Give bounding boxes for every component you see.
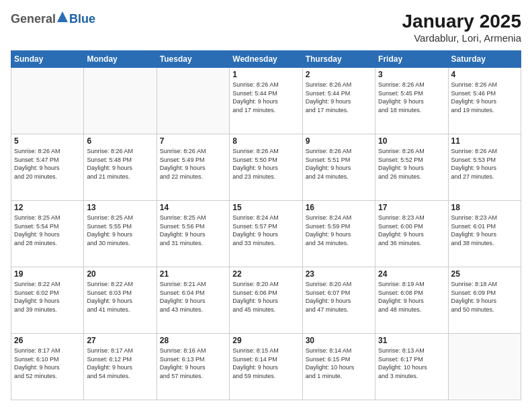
- weekday-row: SundayMondayTuesdayWednesdayThursdayFrid…: [11, 51, 521, 68]
- calendar-cell: 5Sunrise: 8:26 AMSunset: 5:47 PMDaylight…: [11, 134, 84, 201]
- calendar-week-row: 1Sunrise: 8:26 AMSunset: 5:44 PMDaylight…: [11, 68, 521, 134]
- day-number: 16: [306, 203, 372, 212]
- day-info: Sunrise: 8:24 AMSunset: 5:57 PMDaylight:…: [232, 214, 299, 247]
- day-number: 11: [451, 136, 518, 146]
- calendar-cell: 23Sunrise: 8:20 AMSunset: 6:07 PMDayligh…: [302, 267, 375, 334]
- day-number: 6: [87, 136, 153, 146]
- day-number: 23: [306, 269, 372, 279]
- weekday-header: Friday: [375, 51, 448, 68]
- calendar-cell: [84, 68, 157, 134]
- calendar-cell: 6Sunrise: 8:26 AMSunset: 5:48 PMDaylight…: [84, 134, 157, 201]
- calendar-cell: 1Sunrise: 8:26 AMSunset: 5:44 PMDaylight…: [230, 68, 302, 134]
- day-number: 12: [14, 203, 81, 212]
- title-block: January 2025 Vardablur, Lori, Armenia: [402, 11, 521, 44]
- day-info: Sunrise: 8:26 AMSunset: 5:45 PMDaylight:…: [378, 81, 445, 114]
- day-info: Sunrise: 8:23 AMSunset: 6:01 PMDaylight:…: [451, 214, 518, 247]
- calendar-week-row: 12Sunrise: 8:25 AMSunset: 5:54 PMDayligh…: [11, 201, 521, 267]
- header: GeneralBlue January 2025 Vardablur, Lori…: [11, 11, 521, 44]
- weekday-header: Monday: [84, 51, 157, 68]
- calendar-cell: 9Sunrise: 8:26 AMSunset: 5:51 PMDaylight…: [302, 134, 375, 201]
- calendar-cell: [157, 68, 229, 134]
- calendar-cell: 8Sunrise: 8:26 AMSunset: 5:50 PMDaylight…: [230, 134, 302, 201]
- day-info: Sunrise: 8:25 AMSunset: 5:54 PMDaylight:…: [14, 214, 81, 247]
- calendar-cell: 20Sunrise: 8:22 AMSunset: 6:03 PMDayligh…: [84, 267, 157, 334]
- day-info: Sunrise: 8:26 AMSunset: 5:53 PMDaylight:…: [451, 147, 518, 181]
- calendar-cell: 24Sunrise: 8:19 AMSunset: 6:08 PMDayligh…: [375, 267, 448, 334]
- calendar-cell: 2Sunrise: 8:26 AMSunset: 5:44 PMDaylight…: [302, 68, 375, 134]
- day-number: 27: [87, 336, 153, 345]
- weekday-header: Tuesday: [157, 51, 229, 68]
- day-info: Sunrise: 8:21 AMSunset: 6:04 PMDaylight:…: [160, 280, 226, 314]
- day-number: 19: [14, 269, 81, 279]
- calendar-title: January 2025: [402, 11, 521, 32]
- day-number: 25: [451, 269, 518, 279]
- day-number: 18: [451, 203, 518, 212]
- day-info: Sunrise: 8:26 AMSunset: 5:46 PMDaylight:…: [451, 81, 518, 114]
- calendar-cell: 25Sunrise: 8:18 AMSunset: 6:09 PMDayligh…: [448, 267, 521, 334]
- logo: GeneralBlue: [11, 11, 95, 26]
- day-info: Sunrise: 8:22 AMSunset: 6:03 PMDaylight:…: [87, 280, 153, 314]
- day-number: 28: [160, 336, 226, 345]
- day-info: Sunrise: 8:13 AMSunset: 6:17 PMDaylight:…: [378, 347, 445, 380]
- calendar-cell: 26Sunrise: 8:17 AMSunset: 6:10 PMDayligh…: [11, 334, 84, 400]
- calendar-cell: 31Sunrise: 8:13 AMSunset: 6:17 PMDayligh…: [375, 334, 448, 400]
- day-info: Sunrise: 8:26 AMSunset: 5:50 PMDaylight:…: [232, 147, 299, 181]
- day-info: Sunrise: 8:23 AMSunset: 6:00 PMDaylight:…: [378, 214, 445, 247]
- calendar-cell: 18Sunrise: 8:23 AMSunset: 6:01 PMDayligh…: [448, 201, 521, 267]
- calendar-cell: 29Sunrise: 8:15 AMSunset: 6:14 PMDayligh…: [230, 334, 302, 400]
- calendar-week-row: 19Sunrise: 8:22 AMSunset: 6:02 PMDayligh…: [11, 267, 521, 334]
- day-number: 13: [87, 203, 153, 212]
- calendar-cell: 3Sunrise: 8:26 AMSunset: 5:45 PMDaylight…: [375, 68, 448, 134]
- day-number: 30: [306, 336, 372, 345]
- day-number: 3: [378, 70, 445, 79]
- calendar-cell: 14Sunrise: 8:25 AMSunset: 5:56 PMDayligh…: [157, 201, 229, 267]
- day-number: 22: [232, 269, 299, 279]
- day-number: 9: [306, 136, 372, 146]
- calendar-cell: 11Sunrise: 8:26 AMSunset: 5:53 PMDayligh…: [448, 134, 521, 201]
- calendar-cell: 22Sunrise: 8:20 AMSunset: 6:06 PMDayligh…: [230, 267, 302, 334]
- day-info: Sunrise: 8:26 AMSunset: 5:52 PMDaylight:…: [378, 147, 445, 181]
- calendar-cell: [448, 334, 521, 400]
- svg-marker-0: [57, 11, 68, 22]
- day-number: 21: [160, 269, 226, 279]
- day-number: 4: [451, 70, 518, 79]
- day-info: Sunrise: 8:17 AMSunset: 6:12 PMDaylight:…: [87, 347, 153, 380]
- day-info: Sunrise: 8:25 AMSunset: 5:55 PMDaylight:…: [87, 214, 153, 247]
- day-number: 5: [14, 136, 81, 146]
- weekday-header: Saturday: [448, 51, 521, 68]
- day-info: Sunrise: 8:14 AMSunset: 6:15 PMDaylight:…: [306, 347, 372, 380]
- calendar-cell: 27Sunrise: 8:17 AMSunset: 6:12 PMDayligh…: [84, 334, 157, 400]
- day-number: 2: [306, 70, 372, 79]
- day-info: Sunrise: 8:26 AMSunset: 5:48 PMDaylight:…: [87, 147, 153, 181]
- day-info: Sunrise: 8:20 AMSunset: 6:07 PMDaylight:…: [306, 280, 372, 314]
- day-info: Sunrise: 8:26 AMSunset: 5:49 PMDaylight:…: [160, 147, 226, 181]
- day-info: Sunrise: 8:16 AMSunset: 6:13 PMDaylight:…: [160, 347, 226, 380]
- weekday-header: Thursday: [302, 51, 375, 68]
- logo-blue: Blue: [69, 12, 95, 26]
- calendar-cell: 16Sunrise: 8:24 AMSunset: 5:59 PMDayligh…: [302, 201, 375, 267]
- calendar-cell: 13Sunrise: 8:25 AMSunset: 5:55 PMDayligh…: [84, 201, 157, 267]
- calendar-week-row: 26Sunrise: 8:17 AMSunset: 6:10 PMDayligh…: [11, 334, 521, 400]
- weekday-header: Wednesday: [230, 51, 302, 68]
- day-info: Sunrise: 8:22 AMSunset: 6:02 PMDaylight:…: [14, 280, 81, 314]
- calendar-cell: [11, 68, 84, 134]
- day-info: Sunrise: 8:17 AMSunset: 6:10 PMDaylight:…: [14, 347, 81, 380]
- day-number: 14: [160, 203, 226, 212]
- calendar-cell: 12Sunrise: 8:25 AMSunset: 5:54 PMDayligh…: [11, 201, 84, 267]
- day-info: Sunrise: 8:26 AMSunset: 5:44 PMDaylight:…: [306, 81, 372, 114]
- calendar-cell: 17Sunrise: 8:23 AMSunset: 6:00 PMDayligh…: [375, 201, 448, 267]
- weekday-header: Sunday: [11, 51, 84, 68]
- calendar-cell: 7Sunrise: 8:26 AMSunset: 5:49 PMDaylight…: [157, 134, 229, 201]
- day-number: 20: [87, 269, 153, 279]
- day-info: Sunrise: 8:26 AMSunset: 5:47 PMDaylight:…: [14, 147, 81, 181]
- calendar-body: 1Sunrise: 8:26 AMSunset: 5:44 PMDaylight…: [11, 68, 521, 400]
- calendar-cell: 21Sunrise: 8:21 AMSunset: 6:04 PMDayligh…: [157, 267, 229, 334]
- day-info: Sunrise: 8:26 AMSunset: 5:44 PMDaylight:…: [232, 81, 299, 114]
- calendar-cell: 15Sunrise: 8:24 AMSunset: 5:57 PMDayligh…: [230, 201, 302, 267]
- day-number: 10: [378, 136, 445, 146]
- calendar-cell: 30Sunrise: 8:14 AMSunset: 6:15 PMDayligh…: [302, 334, 375, 400]
- logo-general: General: [11, 12, 56, 26]
- day-info: Sunrise: 8:20 AMSunset: 6:06 PMDaylight:…: [232, 280, 299, 314]
- calendar-cell: 28Sunrise: 8:16 AMSunset: 6:13 PMDayligh…: [157, 334, 229, 400]
- page: GeneralBlue January 2025 Vardablur, Lori…: [0, 0, 532, 411]
